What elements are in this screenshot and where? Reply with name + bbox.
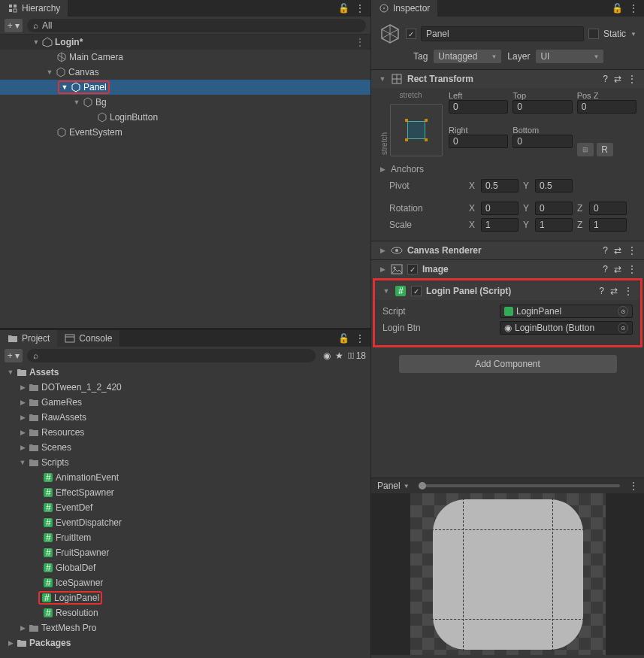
layer-dropdown[interactable]: UI▼ (536, 50, 603, 63)
rect-transform-icon (391, 73, 403, 85)
static-checkbox[interactable] (588, 29, 599, 39)
project-folder[interactable]: ▶TextMesh Pro (0, 620, 370, 635)
lock-icon[interactable]: 🔓 (338, 333, 349, 344)
project-folder[interactable]: ▶Resources (0, 425, 370, 440)
help-icon[interactable]: ? (603, 264, 608, 274)
posz-field[interactable]: 0 (577, 100, 636, 114)
scene-menu-icon[interactable]: ⋮ (355, 37, 370, 47)
scale-x-field[interactable]: 1 (481, 218, 519, 232)
help-icon[interactable]: ? (603, 245, 608, 256)
anchor-preset-button[interactable] (390, 104, 443, 156)
project-add-button[interactable]: + ▾ (5, 349, 23, 362)
add-button[interactable]: + ▾ (5, 19, 23, 32)
image-component: ▶✓Image?⇄⋮ (371, 259, 644, 278)
project-folder[interactable]: ▶RawAssets (0, 410, 370, 425)
blueprint-button[interactable]: ⊞ (577, 143, 594, 156)
project-script[interactable]: #EventDispatcher (0, 515, 370, 530)
project-tab[interactable]: Project (0, 330, 57, 347)
folder-icon (29, 623, 39, 632)
expand-icon[interactable]: ▶ (379, 247, 386, 254)
expand-icon[interactable]: ▼ (379, 75, 386, 83)
tag-dropdown[interactable]: Untagged▼ (434, 50, 501, 63)
static-dropdown-icon[interactable]: ▼ (630, 31, 636, 38)
gameobject-icon[interactable] (379, 23, 401, 45)
project-search[interactable]: ⌕ (27, 349, 316, 362)
project-script[interactable]: #IceSpawner (0, 575, 370, 590)
menu-icon[interactable]: ⋮ (355, 333, 364, 344)
favorite-icon[interactable]: ★ (335, 350, 343, 361)
project-tab-bar: Project Console 🔓 ⋮ (0, 330, 370, 347)
login-btn-field[interactable]: ◉LoginButton (Button⊙ (500, 321, 633, 335)
menu-icon[interactable]: ⋮ (629, 3, 638, 14)
scene-row[interactable]: ▼ Login* ⋮ (0, 35, 370, 50)
add-component-button[interactable]: Add Component (399, 355, 617, 373)
rot-y-field[interactable]: 0 (535, 202, 573, 215)
menu-icon[interactable]: ⋮ (629, 481, 638, 491)
hidden-icon[interactable]: 👁̸18 (348, 350, 366, 361)
scale-z-field[interactable]: 1 (589, 218, 627, 232)
hierarchy-item-loginbutton[interactable]: LoginButton (0, 110, 370, 125)
project-script[interactable]: #FruitSpawner (0, 545, 370, 560)
menu-icon[interactable]: ⋮ (627, 264, 636, 274)
svg-text:#: # (46, 578, 51, 588)
right-field[interactable]: 0 (449, 135, 508, 148)
help-icon[interactable]: ? (603, 74, 608, 84)
project-folder[interactable]: ▶Scenes (0, 440, 370, 455)
top-field[interactable]: 0 (512, 100, 572, 114)
left-field[interactable]: 0 (449, 100, 508, 114)
menu-icon[interactable]: ⋮ (624, 286, 633, 296)
expand-icon[interactable]: ▶ (379, 265, 386, 273)
script-enabled-checkbox[interactable]: ✓ (411, 286, 422, 296)
preset-icon[interactable]: ⇄ (614, 74, 621, 84)
scale-y-field[interactable]: 1 (535, 218, 573, 232)
hierarchy-item-eventsystem[interactable]: EventSystem (0, 125, 370, 140)
active-checkbox[interactable]: ✓ (406, 29, 416, 39)
project-script-loginpanel[interactable]: #LoginPanel (0, 590, 370, 605)
object-picker-icon[interactable]: ⊙ (618, 306, 628, 317)
menu-icon[interactable]: ⋮ (355, 3, 364, 14)
pivot-x-field[interactable]: 0.5 (481, 179, 519, 193)
hierarchy-search[interactable]: ⌕ All (27, 19, 366, 32)
preview-zoom-slider[interactable] (419, 484, 620, 487)
filter-icon[interactable]: ◉ (323, 350, 331, 361)
project-folder[interactable]: ▶GameRes (0, 395, 370, 410)
object-name-field[interactable]: Panel (421, 26, 584, 41)
project-script[interactable]: #AnimationEvent (0, 470, 370, 485)
rot-x-field[interactable]: 0 (481, 202, 519, 215)
expand-icon[interactable]: ▶ (379, 165, 386, 173)
pivot-y-field[interactable]: 0.5 (535, 179, 573, 193)
hierarchy-item-panel[interactable]: ▼ Panel (0, 80, 370, 95)
hierarchy-tab[interactable]: Hierarchy (0, 0, 68, 17)
menu-icon[interactable]: ⋮ (627, 245, 636, 256)
preview-dropdown-icon[interactable]: ▼ (404, 483, 410, 490)
project-packages[interactable]: ▶Packages (0, 635, 370, 650)
inspector-tab[interactable]: Inspector (371, 0, 437, 17)
console-tab[interactable]: Console (57, 330, 119, 347)
menu-icon[interactable]: ⋮ (627, 74, 636, 84)
hierarchy-item-canvas[interactable]: ▼ Canvas (0, 65, 370, 80)
preset-icon[interactable]: ⇄ (614, 264, 621, 274)
image-enabled-checkbox[interactable]: ✓ (407, 264, 418, 274)
hierarchy-item-bg[interactable]: ▼ Bg (0, 95, 370, 110)
hierarchy-item-camera[interactable]: Main Camera (0, 50, 370, 65)
hierarchy-tree: ▼ Login* ⋮ Main Camera ▼ Canvas ▼ (0, 35, 370, 328)
help-icon[interactable]: ? (599, 286, 604, 296)
project-script[interactable]: #FruitItem (0, 530, 370, 545)
project-script[interactable]: #GlobalDef (0, 560, 370, 575)
object-picker-icon[interactable]: ⊙ (618, 323, 628, 333)
lock-icon[interactable]: 🔓 (612, 3, 623, 14)
expand-icon[interactable]: ▼ (382, 287, 390, 295)
project-script[interactable]: #EffectSpawner (0, 485, 370, 500)
csharp-icon: # (43, 608, 53, 618)
bottom-field[interactable]: 0 (512, 135, 572, 148)
project-assets[interactable]: ▼Assets (0, 365, 370, 380)
project-folder[interactable]: ▶DOTween_1_2_420 (0, 380, 370, 395)
project-script[interactable]: #Resolution (0, 605, 370, 620)
preset-icon[interactable]: ⇄ (610, 286, 618, 296)
project-folder-scripts[interactable]: ▼Scripts (0, 455, 370, 470)
lock-icon[interactable]: 🔓 (338, 3, 349, 14)
raw-button[interactable]: R (597, 143, 613, 156)
rot-z-field[interactable]: 0 (589, 202, 627, 215)
preset-icon[interactable]: ⇄ (614, 245, 621, 256)
project-script[interactable]: #EventDef (0, 500, 370, 515)
